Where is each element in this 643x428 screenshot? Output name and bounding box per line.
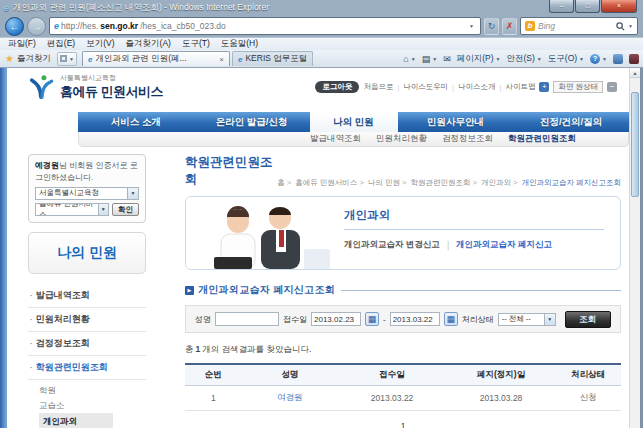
nav-service-intro[interactable]: 서비스 소개 bbox=[78, 112, 194, 132]
tools-menu-button[interactable]: 도구(O)▼ bbox=[548, 53, 584, 65]
menu-file[interactable]: 파일(F) bbox=[8, 38, 36, 50]
calendar-icon[interactable]: ▦ bbox=[365, 312, 379, 326]
cell-name-link[interactable]: 여경원 bbox=[242, 386, 338, 411]
read-mail-button[interactable]: ✉ bbox=[443, 54, 451, 64]
link-sitemap[interactable]: 사이트맵 bbox=[505, 82, 535, 92]
menu-view[interactable]: 보기(V) bbox=[86, 38, 114, 50]
sidebar-subitem-academy[interactable]: 학원 bbox=[39, 383, 146, 398]
web-page: 서울특별시교육청 홈에듀 민원서비스 로그아웃 처음으로 | 나이스도우미 | … bbox=[7, 68, 629, 428]
close-button[interactable]: × bbox=[601, 0, 637, 13]
search-magnifier-icon[interactable] bbox=[616, 17, 625, 35]
sidebar-subitem-teaching-office[interactable]: 교습소 bbox=[39, 398, 146, 413]
zoom-out-button[interactable]: − bbox=[607, 82, 617, 92]
col-close-date: 폐지(정지)일 bbox=[447, 364, 556, 386]
chevron-down-icon[interactable]: ▼ bbox=[544, 314, 555, 325]
sidebar-item-issue-history[interactable]: · 발급내역조회 bbox=[28, 284, 146, 308]
calendar-icon[interactable]: ▦ bbox=[444, 312, 458, 326]
extension-icon-1[interactable] bbox=[613, 54, 623, 64]
maximize-button[interactable]: □ bbox=[575, 0, 600, 13]
stop-button[interactable]: ✗ bbox=[502, 18, 517, 35]
screen-reset-button[interactable]: 화면 원상태 bbox=[553, 81, 603, 93]
nav-petition[interactable]: 진정/건의/질의 bbox=[513, 112, 629, 132]
chevron-down-icon[interactable]: ▼ bbox=[98, 204, 108, 215]
forward-button[interactable]: → bbox=[27, 17, 46, 36]
sidebar-item-academy-minwon[interactable]: · 학원관련민원조회 bbox=[28, 356, 146, 380]
crumb-private-tutoring[interactable]: 개인과외 bbox=[481, 178, 511, 187]
menu-help[interactable]: 도움말(H) bbox=[221, 38, 258, 50]
breadcrumb-separator: > bbox=[359, 178, 363, 187]
utility-links: 로그아웃 처음으로 | 나이스도우미 | 나이스소개 | 사이트맵 + 화면 원… bbox=[315, 81, 617, 93]
page-menu-button[interactable]: 페이지(P)▼ bbox=[457, 53, 501, 65]
crumb-my-minwon[interactable]: 나의 민원 bbox=[368, 178, 400, 187]
result-prefix: 총 bbox=[185, 344, 194, 354]
feeds-button[interactable]: ▤▼ bbox=[422, 54, 437, 64]
nav-online-issue[interactable]: 온라인 발급/신청 bbox=[194, 112, 310, 132]
name-input[interactable] bbox=[215, 312, 279, 326]
zoom-in-button[interactable]: + bbox=[539, 82, 549, 92]
address-bar: ← → e http://hes. sen.go.kr /hes_ica_cb5… bbox=[0, 15, 643, 37]
office-select[interactable]: 서울특별시교육청 ▼ bbox=[35, 187, 139, 200]
results-table: 순번 성명 접수일 폐지(정지)일 처리상태 1 여경원 201 bbox=[185, 363, 621, 411]
crumb-service[interactable]: 홈에듀 민원서비스 bbox=[295, 178, 357, 187]
title-bar[interactable]: e 개인과외 관련 민원(폐소신고 내역조회) - Windows Intern… bbox=[0, 0, 643, 15]
main-content: 학원관련민원조회 홈> 홈에듀 민원서비스> 나의 민원> 학원관련민원조회> … bbox=[185, 154, 623, 428]
search-submit-button[interactable]: 조회 bbox=[565, 311, 611, 328]
nav-my-minwon[interactable]: 나의 민원 bbox=[310, 112, 398, 132]
favorites-button[interactable]: 즐겨찾기 bbox=[17, 53, 51, 65]
sidebar-item-exam-info[interactable]: · 검정정보조회 bbox=[28, 332, 146, 356]
chevron-down-icon[interactable]: ▼ bbox=[127, 188, 138, 199]
link-change-report[interactable]: 개인과외교습자 변경신고 bbox=[344, 239, 440, 251]
date-from-input[interactable] bbox=[311, 312, 361, 326]
address-input[interactable]: e http://hes. sen.go.kr /hes_ica_cb50_02… bbox=[49, 17, 481, 35]
people-photo-illustration bbox=[186, 197, 338, 269]
link-neis-intro[interactable]: 나이스소개 bbox=[458, 82, 496, 92]
link-home[interactable]: 처음으로 bbox=[363, 82, 393, 92]
subnav-issue-history[interactable]: 발급내역조회 bbox=[310, 133, 361, 145]
breadcrumb-separator: > bbox=[513, 178, 517, 187]
home-button[interactable]: ⌂▼ bbox=[403, 54, 415, 64]
subnav-minwon-status[interactable]: 민원처리현황 bbox=[376, 133, 427, 145]
minimize-button[interactable]: – bbox=[549, 0, 574, 13]
page-body: 예경원님 비회원 인증서로 로그인하셨습니다. 서울특별시교육청 ▼ 홈에듀 민… bbox=[7, 147, 629, 428]
confirm-button[interactable]: 확인 bbox=[112, 203, 139, 216]
scroll-up-icon[interactable]: ▲ bbox=[630, 68, 640, 78]
tab-current-page[interactable]: e 개인과외 관련 민원(폐... × bbox=[82, 51, 230, 66]
refresh-button[interactable]: ↻ bbox=[484, 18, 499, 35]
quick-tabs-button[interactable]: ▼ bbox=[57, 52, 77, 66]
search-dropdown-icon[interactable]: ▼ bbox=[628, 23, 633, 29]
site-header: 서울특별시교육청 홈에듀 민원서비스 로그아웃 처음으로 | 나이스도우미 | … bbox=[7, 68, 629, 112]
table-row: 1 여경원 2013.03.22 2013.03.28 신청 bbox=[185, 386, 621, 411]
subnav-exam-info[interactable]: 검정정보조회 bbox=[442, 133, 493, 145]
tab-close-icon[interactable]: × bbox=[217, 55, 224, 64]
service-select[interactable]: 홈에듀 민원서비스 ▼ bbox=[35, 203, 109, 216]
back-button[interactable]: ← bbox=[5, 17, 24, 36]
scrollbar-thumb[interactable] bbox=[631, 92, 639, 197]
logout-button[interactable]: 로그아웃 bbox=[315, 81, 359, 93]
subnav-academy-minwon[interactable]: 학원관련민원조회 bbox=[508, 133, 576, 145]
nav-minwon-guide[interactable]: 민원사무안내 bbox=[398, 112, 514, 132]
crumb-academy-minwon[interactable]: 학원관련민원조회 bbox=[410, 178, 470, 187]
tab-label: 개인과외 관련 민원(폐... bbox=[95, 53, 214, 65]
search-input[interactable]: b Bing ▼ bbox=[520, 17, 638, 35]
link-close-report[interactable]: 개인과외교습자 폐지신고 bbox=[456, 239, 552, 251]
favorites-star-icon[interactable]: ★ bbox=[5, 53, 14, 64]
sidebar-item-minwon-status[interactable]: · 민원처리현황 bbox=[28, 308, 146, 332]
divider: | bbox=[447, 240, 449, 250]
safety-menu-button[interactable]: 안전(S)▼ bbox=[507, 53, 542, 65]
pagination-page-1[interactable]: 1 bbox=[185, 421, 621, 428]
link-neis-helper[interactable]: 나이스도우미 bbox=[403, 82, 448, 92]
sidebar-subitem-private-tutoring[interactable]: 개인과외 bbox=[39, 413, 113, 428]
extension-icon-2[interactable] bbox=[629, 54, 639, 64]
vertical-scrollbar[interactable]: ▲ bbox=[629, 68, 640, 428]
menu-favorites[interactable]: 즐겨찾기(A) bbox=[126, 38, 171, 50]
menu-tools[interactable]: 도구(T) bbox=[182, 38, 210, 50]
date-to-input[interactable] bbox=[390, 312, 440, 326]
site-logo[interactable]: 서울특별시교육청 홈에듀 민원서비스 bbox=[28, 73, 163, 101]
menu-edit[interactable]: 편집(E) bbox=[47, 38, 75, 50]
address-dropdown-icon[interactable]: ▼ bbox=[467, 23, 476, 29]
tab-keris-portal[interactable]: e KERIS 업무포털 bbox=[232, 51, 313, 66]
chevron-down-icon: ▼ bbox=[496, 56, 501, 62]
help-button[interactable]: ?▼ bbox=[590, 54, 607, 64]
crumb-home[interactable]: 홈 bbox=[277, 178, 285, 187]
status-select[interactable]: -- 전체 -- ▼ bbox=[498, 313, 556, 326]
